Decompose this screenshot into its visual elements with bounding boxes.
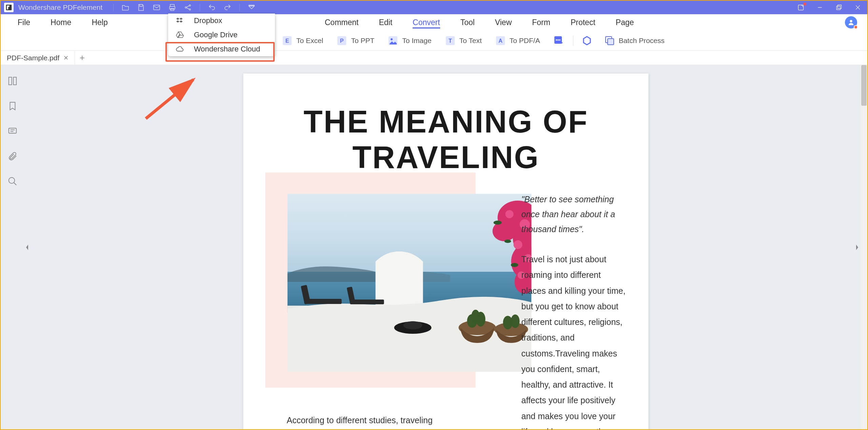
document-tab[interactable]: PDF-Sample.pdf ✕ [1,51,75,65]
dropdown-wondershare-cloud[interactable]: Wondershare Cloud [168,42,275,56]
title-bar: Wondershare PDFelement [1,1,867,14]
open-file-icon[interactable] [120,2,131,13]
to-text-button[interactable]: T To Text [445,36,482,46]
share-icon[interactable] [183,2,193,13]
menu-view[interactable]: View [485,18,522,27]
to-image-button[interactable]: To Image [388,36,431,46]
menu-page[interactable]: Page [606,18,644,27]
pdfa-icon: A [495,36,506,46]
image-icon [388,36,398,46]
search-panel-icon[interactable] [7,176,18,187]
mail-icon[interactable] [152,2,162,13]
svg-point-5 [189,5,191,6]
bookmarks-panel-icon[interactable] [7,100,18,112]
app-logo-icon [4,3,14,12]
svg-rect-7 [249,5,254,6]
svg-text:E: E [285,38,289,44]
app-name: Wondershare PDFelement [18,3,102,12]
more-convert-button[interactable] [554,36,568,46]
close-tab-icon[interactable]: ✕ [63,54,68,62]
svg-text:P: P [340,38,344,44]
main-menu: File Home Help Comment Edit Convert Tool… [1,14,867,30]
user-avatar[interactable] [845,16,857,28]
batch-process-button[interactable]: Batch Process [605,36,665,46]
expand-left-panel-icon[interactable] [24,239,30,256]
svg-rect-33 [14,77,17,85]
menu-protect[interactable]: Protect [560,18,606,27]
attachments-panel-icon[interactable] [7,150,18,162]
dropdown-gdrive-label: Google Drive [194,30,237,39]
menu-form[interactable]: Form [522,18,560,27]
svg-rect-32 [9,77,12,85]
minimize-icon[interactable] [810,1,829,14]
svg-point-64 [505,240,511,243]
more-icon [554,36,564,46]
dropdown-dropbox[interactable]: Dropbox [168,14,275,28]
menu-edit[interactable]: Edit [369,18,402,27]
cloud-upload-dropdown: Dropbox Google Drive Wondershare Cloud [168,14,275,56]
to-excel-label: To Excel [296,37,323,45]
print-icon[interactable] [167,2,177,13]
to-text-label: To Text [459,37,482,45]
svg-rect-30 [608,39,614,45]
dropbox-icon [175,16,184,25]
pdf-page: THE MEANING OF TRAVELING [243,74,649,429]
menu-help[interactable]: Help [81,18,118,27]
svg-point-14 [850,20,852,22]
menu-comment[interactable]: Comment [315,18,369,27]
document-photo [288,194,532,372]
menu-convert[interactable]: Convert [402,18,450,27]
expand-right-panel-icon[interactable] [854,239,860,256]
cloud-icon [175,44,184,54]
menu-tool[interactable]: Tool [450,18,485,27]
workspace: THE MEANING OF TRAVELING [1,65,867,429]
svg-point-60 [514,240,522,249]
redo-icon[interactable] [222,2,233,13]
svg-point-28 [559,39,560,41]
svg-text:A: A [498,38,502,44]
menu-home[interactable]: Home [40,18,81,27]
svg-point-65 [511,263,518,267]
svg-rect-11 [838,5,842,9]
thumbnails-panel-icon[interactable] [7,75,18,87]
vertical-scrollbar[interactable] [861,65,867,429]
to-ppt-label: To PPT [351,37,374,45]
svg-point-20 [391,38,393,40]
text-icon: T [445,36,455,46]
svg-line-38 [14,183,17,185]
batch-icon [605,36,615,46]
scrollbar-thumb[interactable] [861,65,867,106]
dropdown-dropbox-label: Dropbox [194,16,222,25]
document-paragraph-1: Travel is not just about roaming into di… [521,251,627,429]
close-window-icon[interactable] [848,1,867,14]
svg-rect-34 [9,128,17,133]
customize-toolbar-icon[interactable] [246,2,257,13]
convert-settings-button[interactable] [582,36,596,46]
gdrive-icon [175,30,184,40]
svg-point-67 [403,321,422,329]
document-tab-label: PDF-Sample.pdf [7,54,59,62]
to-pdfa-button[interactable]: A To PDF/A [495,36,540,46]
svg-rect-1 [154,5,160,10]
document-paragraph-2: According to different studies, travelin… [287,412,446,429]
svg-point-52 [511,314,520,328]
comments-panel-icon[interactable] [7,125,18,137]
feedback-icon[interactable] [791,1,810,14]
svg-point-37 [9,178,15,184]
undo-icon[interactable] [207,2,217,13]
maximize-icon[interactable] [829,1,848,14]
save-icon[interactable] [136,2,146,13]
document-canvas[interactable]: THE MEANING OF TRAVELING [24,65,867,429]
dropdown-google-drive[interactable]: Google Drive [168,28,275,42]
menu-file[interactable]: File [7,18,40,27]
svg-point-49 [472,310,480,322]
to-ppt-button[interactable]: P To PPT [337,36,374,46]
notification-badge [854,25,858,29]
svg-point-63 [494,221,502,225]
svg-point-26 [556,39,557,41]
new-tab-button[interactable]: + [75,51,89,65]
document-tabs: PDF-Sample.pdf ✕ + [1,51,867,65]
to-excel-button[interactable]: E To Excel [282,36,323,46]
svg-text:T: T [449,38,452,44]
left-sidebar [1,65,24,429]
